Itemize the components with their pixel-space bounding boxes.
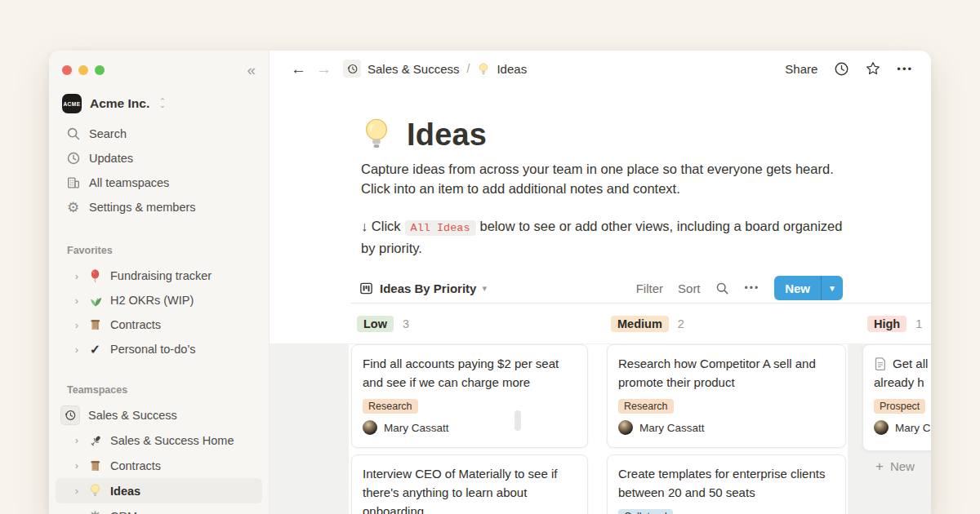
assignee: Mary Cassatt — [363, 420, 577, 435]
sidebar-item-updates[interactable]: Updates — [49, 146, 269, 171]
column-header-medium[interactable]: Medium 2 — [611, 316, 684, 332]
scroll-icon — [87, 458, 103, 473]
workspace-switcher[interactable]: ACME Acme Inc. ⌃⌄ — [49, 78, 269, 113]
chevron-down-icon[interactable]: ▾ — [482, 283, 487, 294]
chevron-right-icon[interactable]: › — [72, 434, 82, 446]
sidebar-item-fundraising-tracker[interactable]: › Fundraising tracker — [56, 264, 262, 288]
breadcrumb-page[interactable]: Ideas — [477, 62, 527, 76]
board-card[interactable]: Get all already h Prospect Mary C — [862, 344, 931, 451]
hint-line: by priority. — [361, 238, 842, 258]
bulb-icon — [477, 62, 491, 76]
tag-research: Research — [618, 399, 674, 414]
teamspaces-heading: Teamspaces — [49, 384, 269, 397]
board-card[interactable]: Research how Competitor A sell and promo… — [607, 344, 846, 448]
hint-line: ↓ ClickAll Ideasbelow to see or add othe… — [361, 216, 842, 238]
clock-icon[interactable] — [833, 60, 849, 77]
herb-icon — [87, 293, 103, 308]
chevron-right-icon[interactable]: › — [72, 343, 82, 356]
column-count: 1 — [915, 317, 922, 330]
zoom-window-button[interactable] — [95, 65, 105, 75]
sidebar-item-sales-success-home[interactable]: › Sales & Success Home — [56, 428, 262, 453]
view-name[interactable]: Ideas By Priority — [380, 281, 476, 295]
sidebar-item-h2-okrs[interactable]: › H2 OKRs (WIP) — [56, 288, 262, 312]
assignee: Mary C — [874, 420, 931, 435]
more-options-icon[interactable]: ••• — [897, 63, 913, 75]
tag-collateral: Collateral — [618, 509, 673, 514]
chevron-right-icon[interactable]: › — [72, 270, 82, 282]
sort-button[interactable]: Sort — [678, 281, 701, 295]
collapse-sidebar-icon[interactable]: « — [247, 62, 254, 78]
share-button[interactable]: Share — [785, 62, 817, 76]
teamspaces-list: Sales & Success › Sales & Success Home ›… — [49, 403, 269, 514]
document-icon — [874, 357, 887, 371]
sidebar-item-ideas[interactable]: › Ideas — [56, 478, 262, 503]
avatar — [874, 420, 889, 435]
minimize-window-button[interactable] — [78, 65, 88, 75]
toolbar-divider — [351, 303, 931, 304]
bulb-icon[interactable] — [359, 116, 394, 153]
board-left-margin — [270, 344, 349, 514]
new-button-label[interactable]: New — [774, 276, 821, 300]
sidebar-item-sales-and-success[interactable]: Sales & Success — [49, 403, 269, 428]
page-title: Ideas — [407, 117, 487, 153]
board-card[interactable]: Find all accounts paying $2 per seat and… — [351, 344, 588, 448]
sidebar-header: « — [49, 51, 269, 78]
history-icon — [60, 405, 80, 425]
tag-research: Research — [363, 399, 418, 414]
search-icon[interactable] — [715, 281, 730, 295]
back-arrow-icon[interactable]: ← — [291, 61, 306, 77]
clock-icon — [65, 151, 81, 166]
sidebar-item-crm[interactable]: › CRM — [56, 503, 262, 514]
add-new-card-button[interactable]: + New — [875, 459, 915, 473]
topbar: ← → Sales & Success / Ideas Share — [270, 51, 931, 86]
sidebar-item-settings[interactable]: ⚙ Settings & members — [49, 195, 269, 219]
chevron-down-icon[interactable]: ▼ — [822, 276, 843, 300]
balloon-icon — [87, 268, 103, 284]
column-header-low[interactable]: Low 3 — [357, 316, 409, 332]
sidebar-item-contracts-fav[interactable]: › Contracts — [56, 312, 262, 337]
filter-button[interactable]: Filter — [636, 281, 663, 295]
priority-badge-medium: Medium — [611, 316, 669, 332]
chevron-right-icon[interactable]: › — [72, 319, 82, 331]
page-hint: ↓ ClickAll Ideasbelow to see or add othe… — [361, 216, 842, 258]
scrollbar-thumb[interactable] — [514, 410, 521, 431]
more-options-icon[interactable]: ••• — [745, 282, 760, 294]
sidebar-item-search[interactable]: Search — [49, 122, 269, 146]
workspace-logo: ACME — [62, 94, 82, 113]
board-column-headers: Low 3 Medium 2 High 1 — [270, 316, 931, 339]
sidebar-item-contracts-team[interactable]: › Contracts — [56, 453, 262, 478]
sidebar-menu: Search Updates All teamspaces ⚙ Sett — [49, 122, 269, 219]
chevron-right-icon[interactable]: › — [72, 510, 82, 514]
inline-code-chip: All Ideas — [405, 220, 476, 236]
star-icon[interactable] — [865, 60, 881, 77]
workspace-name: Acme Inc. — [90, 96, 149, 111]
plus-icon: + — [875, 459, 884, 473]
board-card[interactable]: Create templates for enterprise clients … — [607, 454, 846, 514]
chevron-right-icon[interactable]: › — [72, 295, 82, 307]
assignee: Mary Cassatt — [618, 420, 835, 435]
history-icon[interactable] — [343, 60, 361, 78]
chevron-right-icon[interactable]: › — [72, 459, 82, 472]
board-card[interactable]: Interview CEO of Materially to see if th… — [351, 454, 588, 514]
chevron-right-icon[interactable]: › — [72, 485, 82, 497]
view-toolbar: Ideas By Priority ▾ Filter Sort ••• New … — [359, 275, 843, 301]
new-button[interactable]: New ▼ — [774, 276, 843, 300]
column-header-high[interactable]: High 1 — [867, 316, 922, 332]
sidebar-item-all-teamspaces[interactable]: All teamspaces — [49, 171, 269, 195]
sidebar-item-personal-todos[interactable]: › ✓ Personal to-do’s — [56, 337, 262, 361]
description-line: Click into an item to add additional not… — [361, 179, 834, 198]
board-view-icon — [359, 281, 373, 295]
avatar — [363, 420, 377, 435]
check-icon: ✓ — [87, 342, 103, 357]
scroll-icon — [87, 317, 103, 333]
description-line: Capture ideas from across your team in o… — [361, 159, 834, 179]
view-actions: Filter Sort ••• New ▼ — [636, 276, 843, 300]
board-body: Find all accounts paying $2 per seat and… — [270, 343, 931, 514]
breadcrumb-teamspace[interactable]: Sales & Success — [368, 62, 460, 76]
forward-arrow-icon[interactable]: → — [316, 61, 332, 77]
breadcrumb-page-label: Ideas — [497, 62, 527, 76]
favorites-list: › Fundraising tracker › H2 OKRs (WIP) › — [49, 264, 269, 361]
close-window-button[interactable] — [62, 65, 72, 75]
building-icon — [65, 175, 81, 191]
gear-icon: ⚙ — [65, 200, 81, 215]
